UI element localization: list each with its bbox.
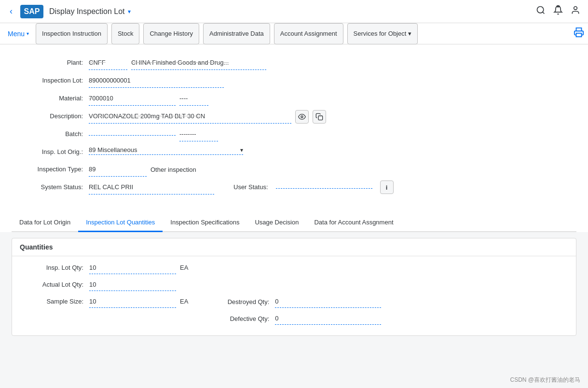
back-button[interactable]: ‹ (8, 4, 14, 18)
app-title: Display Inspection Lot ▾ (49, 7, 131, 16)
inspection-type-value[interactable]: 89 (89, 163, 147, 177)
inspection-lot-row: Inspection Lot: 890000000001 (12, 74, 576, 88)
main-content: Plant: CNFF CHINA Finished Goods and Dru… (0, 44, 588, 232)
svg-rect-6 (318, 116, 323, 120)
sample-size-label: Sample Size: (12, 296, 89, 307)
tab-stock[interactable]: Stock (111, 23, 140, 44)
svg-rect-4 (576, 33, 582, 37)
destroyed-qty-value[interactable]: 0 (275, 296, 381, 308)
sap-logo: SAP (20, 5, 43, 18)
description-row: Description: VORICONAZOLE 200mg TAB BLT … (12, 110, 576, 124)
tab-account-assignment[interactable]: Account Assignment (274, 23, 343, 44)
batch-value-group: -------- (89, 127, 576, 141)
tab-inspection-instruction[interactable]: Inspection Instruction (36, 23, 108, 44)
description-label: Description: (12, 110, 89, 123)
insp-lot-orig-chevron-icon: ▾ (240, 147, 243, 153)
sub-tab-data-for-lot-origin[interactable]: Data for Lot Origin (12, 214, 78, 232)
search-button[interactable] (536, 5, 546, 17)
insp-lot-qty-label: Insp. Lot Qty: (12, 262, 89, 274)
menu-label: Menu (8, 30, 25, 38)
system-status-label: System Status: (12, 180, 89, 194)
inspection-lot-value[interactable]: 890000000001 (89, 74, 224, 88)
inspection-type-desc: Other inspection (150, 163, 237, 177)
material-row: Material: 7000010 ---- (12, 92, 576, 106)
actual-lot-qty-value[interactable]: 10 (89, 279, 176, 291)
user-button[interactable] (571, 5, 580, 17)
services-chevron-icon: ▾ (408, 30, 411, 37)
user-status-section: User Status: i (233, 180, 394, 194)
description-copy-button[interactable] (313, 110, 326, 124)
plant-description: CHINA Finished Goods and Drug... (131, 56, 266, 70)
destroyed-qty-label: Destroyed Qty: (217, 296, 275, 308)
sub-tab-inspection-specifications[interactable]: Inspection Specifications (163, 214, 247, 232)
description-value[interactable]: VORICONAZOLE 200mg TAB BLT 30 CN (89, 110, 291, 124)
right-qty-block: Destroyed Qty: 0 Defective Qty: 0 (188, 296, 576, 325)
svg-point-0 (537, 7, 544, 13)
insp-lot-orig-dropdown[interactable]: 89 Miscellaneous ▾ (89, 145, 243, 155)
inspection-type-value-group: 89 Other inspection (89, 163, 576, 177)
svg-line-1 (543, 12, 545, 14)
insp-lot-qty-row: Insp. Lot Qty: 10 EA (12, 262, 576, 274)
inspection-type-label: Inspection Type: (12, 163, 89, 176)
inspection-lot-label: Inspection Lot: (12, 74, 89, 87)
system-status-row: System Status: REL CALC PRII User Status… (12, 180, 576, 194)
material-value-group: 7000010 ---- (89, 92, 576, 106)
sub-tab-data-for-account-assgnment[interactable]: Data for Account Assgnment (306, 214, 401, 232)
sub-tab-inspection-lot-quantities[interactable]: Inspection Lot Quantities (78, 214, 163, 232)
form-section: Plant: CNFF CHINA Finished Goods and Dru… (12, 52, 576, 206)
defective-qty-label: Defective Qty: (217, 313, 275, 325)
menu-button[interactable]: Menu ▾ (4, 23, 33, 44)
insp-lot-qty-unit: EA (180, 262, 188, 274)
app-title-text: Display Inspection Lot (49, 7, 125, 16)
system-status-section: REL CALC PRII (89, 180, 214, 194)
actual-lot-qty-row: Actual Lot Qty: 10 (12, 279, 576, 291)
insp-lot-orig-row: Insp. Lot Orig.: 89 Miscellaneous ▾ (12, 145, 576, 159)
sub-tab-usage-decision[interactable]: Usage Decision (247, 214, 306, 232)
svg-point-5 (301, 116, 303, 118)
print-button[interactable] (574, 27, 584, 40)
actual-lot-qty-label: Actual Lot Qty: (12, 279, 89, 291)
plant-label: Plant: (12, 56, 89, 69)
tab-administrative-data[interactable]: Administrative Data (203, 23, 270, 44)
plant-row: Plant: CNFF CHINA Finished Goods and Dru… (12, 56, 576, 70)
material-extra: ---- (179, 92, 208, 106)
defective-qty-inner-row: Defective Qty: 0 (217, 313, 576, 325)
plant-value-group: CNFF CHINA Finished Goods and Drug... (89, 56, 576, 70)
inspection-type-row: Inspection Type: 89 Other inspection (12, 163, 576, 177)
svg-point-3 (574, 7, 577, 10)
destroyed-qty-inner-row: Destroyed Qty: 0 (217, 296, 576, 308)
material-value[interactable]: 7000010 (89, 92, 176, 106)
tab-change-history[interactable]: Change History (143, 23, 199, 44)
quantities-panel: Quantities Insp. Lot Qty: 10 EA Actual L… (12, 238, 576, 336)
quantities-header: Quantities (12, 238, 576, 256)
batch-value[interactable] (89, 133, 176, 136)
user-status-info-button[interactable]: i (380, 180, 394, 194)
description-value-group: VORICONAZOLE 200mg TAB BLT 30 CN (89, 110, 576, 124)
notifications-button[interactable] (553, 5, 563, 17)
quantities-body: Insp. Lot Qty: 10 EA Actual Lot Qty: 10 … (12, 256, 576, 335)
sample-size-row: Sample Size: 10 EA Destroyed Qty: 0 Defe… (12, 296, 576, 325)
tab-services-for-object[interactable]: Services for Object ▾ (347, 23, 418, 44)
defective-qty-value[interactable]: 0 (275, 313, 381, 325)
insp-lot-orig-value: 89 Miscellaneous (89, 146, 236, 153)
nav-right (574, 27, 584, 40)
header-left: ‹ SAP Display Inspection Lot ▾ (8, 4, 131, 18)
batch-extra: -------- (179, 127, 218, 141)
description-view-button[interactable] (295, 110, 309, 124)
insp-lot-qty-value[interactable]: 10 (89, 262, 176, 274)
sub-tabs-bar: Data for Lot Origin Inspection Lot Quant… (12, 214, 576, 232)
user-status-value[interactable] (276, 186, 372, 189)
title-chevron-icon[interactable]: ▾ (128, 8, 131, 15)
sample-size-value[interactable]: 10 (89, 296, 176, 308)
sap-logo-text: SAP (24, 7, 40, 16)
menu-chevron-icon: ▾ (27, 31, 29, 36)
system-status-value-group: REL CALC PRII User Status: i (89, 180, 576, 194)
system-status-value[interactable]: REL CALC PRII (89, 180, 214, 194)
top-header: ‹ SAP Display Inspection Lot ▾ (0, 0, 588, 23)
user-status-label: User Status: (233, 180, 272, 194)
header-right (536, 5, 580, 17)
info-icon: i (386, 184, 388, 191)
plant-value[interactable]: CNFF (89, 56, 127, 70)
nav-bar: Menu ▾ Inspection Instruction Stock Chan… (0, 23, 588, 44)
quantities-section: Quantities Insp. Lot Qty: 10 EA Actual L… (0, 238, 588, 349)
